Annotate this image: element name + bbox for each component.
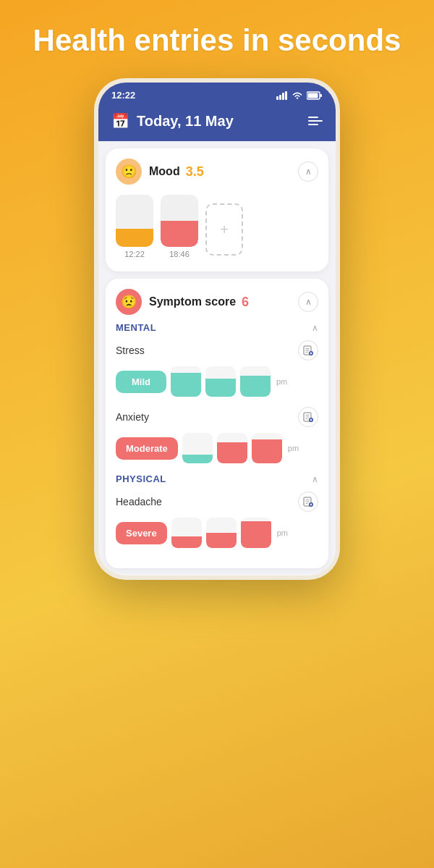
anxiety-entry-3[interactable] <box>252 433 282 463</box>
mood-collapse-button[interactable]: ∧ <box>298 161 318 182</box>
anxiety-pm-label: pm <box>288 444 299 452</box>
symptom-collapse-button[interactable]: ∧ <box>298 292 318 312</box>
mood-score: 3.5 <box>186 164 204 180</box>
header-left: 📅 Today, 11 May <box>111 112 234 130</box>
header-date: Today, 11 May <box>137 113 234 130</box>
stress-entries: Mild pm <box>116 366 318 397</box>
stress-row: Stress <box>116 340 318 397</box>
headache-entries: Severe pm <box>116 518 318 548</box>
mood-card-header: 🙁 Mood 3.5 ∧ <box>116 159 318 185</box>
anxiety-row: Anxiety <box>116 407 318 463</box>
anxiety-add-note-button[interactable] <box>298 407 318 427</box>
headache-pm-label: pm <box>277 528 288 537</box>
mood-card: 🙁 Mood 3.5 ∧ 12:22 <box>106 148 328 271</box>
menu-icon[interactable] <box>308 117 323 125</box>
mood-bar-container-2[interactable] <box>161 195 198 247</box>
mood-bar-item-2: 18:46 <box>161 195 198 258</box>
mood-bar-label-2: 18:46 <box>169 250 190 258</box>
stress-label: Stress <box>116 345 145 356</box>
mood-bar-add-item: + <box>205 203 243 258</box>
phone-inner: 12:22 <box>98 83 336 576</box>
svg-rect-3 <box>285 91 287 100</box>
physical-section-header: PHYSICAL ∧ <box>116 473 318 484</box>
anxiety-entry-1[interactable] <box>182 433 213 463</box>
status-icons <box>276 91 323 100</box>
hero-title: Health entries in seconds <box>4 0 430 78</box>
calendar-icon: 📅 <box>111 112 129 130</box>
mood-bar-item-1: 12:22 <box>116 195 153 258</box>
mood-bar-fill-1 <box>116 229 153 247</box>
headache-label: Headache <box>116 496 162 507</box>
note-icon-2 <box>303 412 313 422</box>
note-icon-3 <box>303 497 313 507</box>
headache-add-note-button[interactable] <box>298 492 318 512</box>
mood-bar-fill-2 <box>161 221 198 247</box>
stress-pm-label: pm <box>276 377 287 386</box>
symptom-title: Symptom score <box>149 295 236 308</box>
physical-collapse-button[interactable]: ∧ <box>312 474 318 484</box>
anxiety-label: Anxiety <box>116 411 149 423</box>
mental-collapse-button[interactable]: ∧ <box>312 323 318 333</box>
anxiety-entries: Moderate pm <box>116 433 318 463</box>
status-bar: 12:22 <box>98 83 336 105</box>
mood-title: Mood <box>149 165 180 178</box>
headache-severity-badge[interactable]: Severe <box>116 522 167 544</box>
stress-add-note-button[interactable] <box>298 340 318 361</box>
stress-severity-badge[interactable]: Mild <box>116 371 166 393</box>
status-time: 12:22 <box>111 90 135 101</box>
phone-shell: 12:22 <box>94 78 340 580</box>
svg-rect-5 <box>320 94 323 97</box>
battery-icon <box>307 91 323 100</box>
mental-section-title: MENTAL <box>116 322 156 333</box>
symptom-score: 6 <box>242 295 249 310</box>
svg-rect-2 <box>282 93 284 100</box>
headache-row: Headache <box>116 492 318 548</box>
signal-icon <box>276 91 288 100</box>
mood-bar-container-1[interactable] <box>116 195 153 247</box>
svg-rect-6 <box>308 93 318 98</box>
mood-bar-add-button[interactable]: + <box>205 203 243 256</box>
symptom-card: 😟 Symptom score 6 ∧ MENTAL ∧ <box>106 279 328 568</box>
svg-rect-1 <box>279 95 281 100</box>
cards-container: 🙁 Mood 3.5 ∧ 12:22 <box>98 141 336 576</box>
symptom-card-header: 😟 Symptom score 6 ∧ <box>116 289 318 315</box>
mood-bars: 12:22 18:46 + <box>116 192 318 261</box>
mental-section-header: MENTAL ∧ <box>116 322 318 333</box>
wifi-icon <box>292 91 303 100</box>
mood-icon: 🙁 <box>116 159 142 185</box>
stress-entry-2[interactable] <box>205 366 236 397</box>
app-header: 📅 Today, 11 May <box>98 105 336 141</box>
headache-entry-2[interactable] <box>206 518 237 548</box>
anxiety-entry-2[interactable] <box>217 433 247 463</box>
stress-entry-3[interactable] <box>240 366 271 397</box>
svg-rect-0 <box>276 96 278 100</box>
mood-bar-label-1: 12:22 <box>124 250 145 258</box>
headache-entry-3[interactable] <box>241 518 271 548</box>
note-icon <box>303 345 313 355</box>
symptom-icon: 😟 <box>116 289 142 315</box>
stress-entry-1[interactable] <box>171 366 201 397</box>
headache-entry-1[interactable] <box>171 518 202 548</box>
physical-section-title: PHYSICAL <box>116 473 166 484</box>
anxiety-severity-badge[interactable]: Moderate <box>116 437 178 460</box>
